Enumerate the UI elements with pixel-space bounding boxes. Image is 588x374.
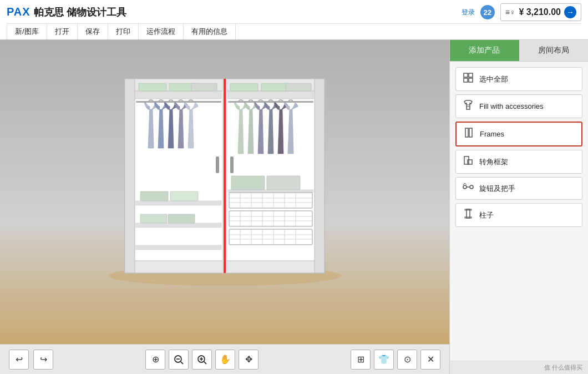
header-right: 登录 22 ≡♀ ¥ 3,210.00 → <box>462 3 581 21</box>
zoom-out-button[interactable] <box>169 350 189 370</box>
checkout-button[interactable]: → <box>564 6 576 18</box>
svg-rect-14 <box>261 83 289 91</box>
svg-rect-12 <box>228 91 313 99</box>
svg-rect-55 <box>216 156 219 173</box>
wardrobe-illustration <box>103 46 347 284</box>
redo-button[interactable]: ↪ <box>33 350 53 370</box>
expand-button[interactable]: ✕ <box>420 350 440 370</box>
footer-brand: 值 什么值得买 <box>450 361 588 374</box>
svg-rect-26 <box>231 176 265 190</box>
canvas-area: ↩ ↪ ⊕ ✋ ✥ ⊞ 👕 ⊙ ✕ <box>0 40 449 374</box>
measure-button[interactable]: ⊙ <box>397 350 417 370</box>
price-bar: ≡♀ ¥ 3,210.00 → <box>500 3 581 21</box>
svg-rect-18 <box>135 201 221 205</box>
hand-tool-button[interactable]: ✋ <box>215 350 235 370</box>
right-panel: 添加产品 房间布局 选中全部 Fill with accessories <box>449 40 588 374</box>
fill-accessories-label: Fill with accessories <box>479 102 576 110</box>
svg-rect-13 <box>230 83 258 91</box>
logo-pax: PAX <box>7 6 31 18</box>
clothes-button[interactable]: 👕 <box>374 350 394 370</box>
svg-rect-8 <box>135 91 221 99</box>
panel-item-corner-frame[interactable]: 转角框架 <box>455 150 582 174</box>
target-button[interactable]: ⊕ <box>145 350 165 370</box>
panel-item-hinges[interactable]: 旋钮及把手 <box>455 177 582 200</box>
zoom-in-button[interactable] <box>192 350 212 370</box>
svg-rect-67 <box>469 78 473 82</box>
toolbar-bottom: ↩ ↪ ⊕ ✋ ✥ ⊞ 👕 ⊙ ✕ <box>0 344 449 374</box>
toolbar-left: ↩ ↪ <box>9 350 53 370</box>
menu-print[interactable]: 打印 <box>108 24 139 39</box>
select-all-label: 选中全部 <box>479 74 576 84</box>
svg-rect-79 <box>465 217 472 218</box>
menu-bar: 新/图库 打开 保存 打印 运作流程 有用的信息 <box>7 23 581 39</box>
svg-rect-9 <box>139 83 166 91</box>
select-all-icon <box>462 72 475 86</box>
svg-rect-78 <box>465 209 472 210</box>
cart-icon: ≡♀ <box>505 8 516 17</box>
menu-save[interactable]: 保存 <box>78 24 108 39</box>
undo-button[interactable]: ↩ <box>9 350 29 370</box>
svg-rect-64 <box>464 73 468 77</box>
svg-rect-70 <box>465 128 468 137</box>
svg-rect-73 <box>468 160 472 164</box>
wardrobe-svg <box>103 46 347 290</box>
panel-item-frames[interactable]: Frames <box>455 122 582 146</box>
svg-line-61 <box>204 362 206 364</box>
total-price: ¥ 3,210.00 <box>519 7 561 17</box>
svg-rect-15 <box>286 83 311 91</box>
toolbar-right: ⊞ 👕 ⊙ ✕ <box>351 350 440 370</box>
menu-new-gallery[interactable]: 新/图库 <box>7 24 47 39</box>
tab-room-layout[interactable]: 房间布局 <box>519 40 589 61</box>
svg-rect-65 <box>469 73 473 77</box>
svg-rect-23 <box>140 214 167 223</box>
svg-rect-19 <box>135 223 221 228</box>
menu-workflow[interactable]: 运作流程 <box>139 24 184 39</box>
panel-content: 选中全部 Fill with accessories Frames <box>450 62 588 233</box>
corner-frame-label: 转角框架 <box>479 157 576 167</box>
svg-rect-16 <box>136 101 221 103</box>
svg-rect-5 <box>315 79 325 273</box>
menu-open[interactable]: 打开 <box>47 24 78 39</box>
svg-rect-66 <box>464 78 468 82</box>
svg-rect-72 <box>464 156 469 164</box>
move-tool-button[interactable]: ✥ <box>239 350 258 370</box>
svg-rect-27 <box>267 176 300 190</box>
panel-item-select-all[interactable]: 选中全部 <box>455 67 582 91</box>
panel-item-pillar[interactable]: 柱子 <box>455 203 582 227</box>
pillar-icon <box>462 208 475 222</box>
svg-rect-4 <box>125 79 135 273</box>
app-title: 帕克思 储物设计工具 <box>34 6 126 19</box>
svg-rect-17 <box>228 101 313 103</box>
logo-area: PAX 帕克思 储物设计工具 <box>7 6 126 19</box>
panel-tabs: 添加产品 房间布局 <box>450 40 588 62</box>
main-area: ↩ ↪ ⊕ ✋ ✥ ⊞ 👕 ⊙ ✕ <box>0 40 588 374</box>
svg-rect-21 <box>140 191 168 201</box>
frames-icon <box>462 127 475 141</box>
svg-rect-71 <box>469 128 472 137</box>
svg-rect-20 <box>135 245 221 250</box>
svg-rect-11 <box>191 83 217 91</box>
svg-rect-24 <box>168 214 195 223</box>
login-button[interactable]: 登录 <box>462 8 475 17</box>
grid-button[interactable]: ⊞ <box>351 350 371 370</box>
svg-rect-7 <box>224 79 226 273</box>
canvas-viewport[interactable] <box>0 40 449 344</box>
header-top: PAX 帕克思 储物设计工具 登录 22 ≡♀ ¥ 3,210.00 → <box>7 3 581 21</box>
corner-frame-icon <box>462 155 475 169</box>
fill-accessories-icon <box>462 99 475 113</box>
pillar-label: 柱子 <box>479 210 576 220</box>
hinges-icon <box>462 182 475 195</box>
menu-help[interactable]: 有用的信息 <box>184 24 236 39</box>
panel-item-fill-accessories[interactable]: Fill with accessories <box>455 94 582 118</box>
svg-point-74 <box>463 185 467 189</box>
item-count-badge: 22 <box>480 5 495 19</box>
frames-label: Frames <box>480 130 576 138</box>
toolbar-center: ⊕ ✋ ✥ <box>145 350 258 370</box>
svg-point-75 <box>470 185 473 189</box>
svg-line-58 <box>181 362 183 364</box>
tab-add-product[interactable]: 添加产品 <box>450 40 519 61</box>
svg-rect-56 <box>230 156 234 173</box>
hinges-label: 旋钮及把手 <box>479 184 576 194</box>
header: PAX 帕克思 储物设计工具 登录 22 ≡♀ ¥ 3,210.00 → 新/图… <box>0 0 588 40</box>
svg-rect-22 <box>170 191 198 201</box>
